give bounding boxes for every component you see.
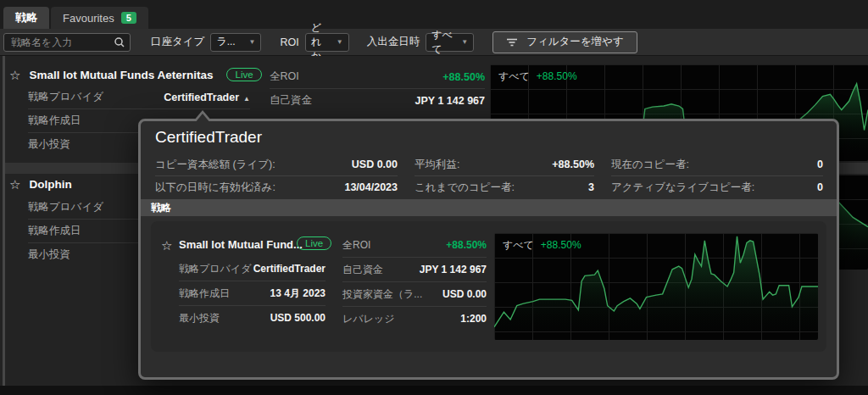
stat-row: 自己資金 JPY 1 142 967 [270, 89, 485, 112]
stat-row: コピー資本総額 (ライブ): USD 0.00 [155, 153, 398, 176]
strategy-name[interactable]: Dolphin [29, 178, 71, 191]
top-tab-bar: 戦略 Favourites 5 [3, 7, 148, 29]
tab-favourites-label: Favourites [63, 12, 114, 25]
stat-value: 0 [817, 181, 823, 193]
stat-row: 全ROI +88.50% [270, 65, 485, 89]
filter-icon [506, 37, 518, 47]
stat-value: +88.50% [552, 159, 594, 170]
tab-favourites[interactable]: Favourites 5 [51, 7, 148, 29]
stat-label: アクティブなライブコピー者: [611, 181, 754, 195]
chevron-down-icon: ▼ [248, 38, 255, 46]
stat-value: 3 [588, 181, 594, 193]
stat-label: 投資家資金（ラ... [342, 287, 422, 302]
stat-row: 平均利益: +88.50% [415, 153, 594, 176]
favourite-star-icon[interactable]: ☆ [161, 239, 172, 252]
strategy-search [3, 33, 131, 52]
stat-label: これまでのコピー者: [415, 181, 515, 195]
strategy-details: 戦略プロバイダ CertifiedTrader 戦略作成日 13 4月 2023… [179, 257, 326, 330]
detail-value: 13 4月 2023 [270, 287, 326, 301]
provider-popup: CertifiedTrader コピー資本総額 (ライブ): USD 0.00 … [138, 119, 839, 380]
strategy-name[interactable]: Small lot Mutual Fund... [179, 238, 303, 251]
stat-value: 0 [817, 159, 823, 170]
favourite-star-icon[interactable]: ☆ [9, 178, 20, 191]
detail-row: 戦略プロバイダ CertifiedTrader▲ [28, 86, 250, 109]
stat-row: 投資家資金（ラ... USD 0.00 [342, 282, 487, 307]
chart-period-label: すべて [498, 70, 530, 82]
strategy-provider-link[interactable]: CertifiedTrader▲ [164, 92, 250, 103]
detail-row: 最小投資 USD 500.00 [179, 306, 326, 330]
account-type-select[interactable]: ラ... ▼ [210, 33, 261, 52]
strategy-row[interactable]: ☆ Small lot Mutual Funds Aeternitas Live [9, 68, 262, 81]
stat-row: レバレッジ 1:200 [342, 307, 487, 331]
tab-strategies[interactable]: 戦略 [3, 7, 49, 29]
stat-value: JPY 1 142 967 [420, 264, 487, 275]
strategy-name[interactable]: Small lot Mutual Funds Aeternitas [29, 69, 213, 81]
strategy-row[interactable]: ☆ Dolphin [9, 178, 72, 191]
chevron-down-icon: ▼ [337, 38, 343, 46]
roi-select[interactable]: どれか ▼ [305, 33, 349, 52]
chevron-down-icon: ▼ [461, 38, 468, 46]
roi-value: +88.50% [446, 239, 487, 251]
panel-left-border [3, 56, 5, 386]
stat-label: 自己資金 [342, 263, 383, 277]
chart-period-label: すべて [503, 239, 534, 251]
detail-label: 戦略作成日 [28, 114, 81, 128]
strategy-stats: 全ROI +88.50% 自己資金 JPY 1 142 967 [270, 65, 485, 112]
detail-row: 戦略プロバイダ CertifiedTrader [179, 257, 326, 281]
favourite-star-icon[interactable]: ☆ [9, 69, 20, 81]
detail-value: USD 500.00 [270, 312, 326, 324]
stat-label: 自己資金 [270, 93, 312, 108]
account-type-value: ラ... [216, 35, 235, 49]
tab-strategies-label: 戦略 [15, 10, 37, 25]
stat-value: 13/04/2023 [344, 181, 398, 193]
stat-label: レバレッジ [342, 312, 394, 326]
stat-label: 全ROI [342, 238, 370, 253]
live-badge: Live [226, 68, 261, 81]
popup-pointer [195, 114, 210, 123]
roi-sparkline-chart: すべて+88.50% [494, 233, 818, 340]
more-filters-button[interactable]: フィルターを増やす [492, 31, 637, 53]
stat-value: USD 0.00 [442, 288, 487, 300]
stat-label: 全ROI [270, 70, 299, 84]
detail-label: 最小投資 [28, 248, 70, 262]
chart-legend: すべて+88.50% [498, 70, 577, 84]
detail-label: 戦略作成日 [179, 287, 230, 301]
provider-popup-title: CertifiedTrader [155, 128, 262, 147]
account-type-label: 口座タイプ [151, 35, 204, 49]
stat-row: 以下の日時に有効化済み: 13/04/2023 [155, 176, 398, 198]
provider-stats-grid: コピー資本総額 (ライブ): USD 0.00 平均利益: +88.50% 現在… [155, 153, 823, 198]
detail-label: 最小投資 [28, 137, 70, 152]
search-icon [113, 36, 126, 49]
live-badge: Live [297, 236, 331, 250]
stat-label: 平均利益: [415, 158, 459, 172]
chart-roi-value: +88.50% [541, 239, 581, 251]
stat-label: コピー資本総額 (ライブ): [155, 158, 275, 172]
detail-value: CertifiedTrader [253, 263, 326, 275]
copy-trading-screen: 戦略 Favourites 5 口座タイプ ラ... ▼ ROI どれか ▼ 入… [0, 0, 868, 395]
stat-label: 現在のコピー者: [611, 158, 689, 172]
stat-row: 全ROI +88.50% [342, 233, 487, 258]
chart-legend: すべて+88.50% [503, 238, 581, 253]
detail-label: 戦略プロバイダ [28, 90, 103, 104]
detail-row: 戦略作成日 13 4月 2023 [179, 281, 326, 306]
detail-label: 戦略作成日 [28, 224, 81, 238]
strategy-search-input[interactable] [3, 33, 131, 52]
stat-row: アクティブなライブコピー者: 0 [611, 176, 823, 198]
deposit-date-label: 入出金日時 [367, 35, 420, 49]
strategy-stats: 全ROI +88.50% 自己資金 JPY 1 142 967 投資家資金（ラ.… [342, 233, 487, 331]
stat-value: USD 0.00 [352, 159, 398, 170]
bottom-bar [0, 386, 868, 395]
detail-label: 戦略プロバイダ [28, 200, 103, 214]
stat-row: これまでのコピー者: 3 [415, 176, 594, 198]
chart-roi-value: +88.50% [537, 70, 577, 82]
detail-label: 最小投資 [179, 311, 220, 325]
filter-bar: 口座タイプ ラ... ▼ ROI どれか ▼ 入出金日時 すべて ▼ フィルター… [0, 29, 868, 56]
popup-strategy-card[interactable]: ☆ Small lot Mutual Fund... Live 戦略プロバイダ … [151, 221, 826, 352]
deposit-date-select[interactable]: すべて ▼ [426, 33, 474, 52]
roi-value: +88.50% [442, 71, 485, 83]
deposit-date-value: すべて [431, 28, 456, 57]
roi-label: ROI [280, 36, 298, 48]
stat-row: 自己資金 JPY 1 142 967 [342, 258, 487, 282]
detail-label: 戦略プロバイダ [179, 262, 251, 276]
favourites-count-badge: 5 [121, 12, 136, 24]
